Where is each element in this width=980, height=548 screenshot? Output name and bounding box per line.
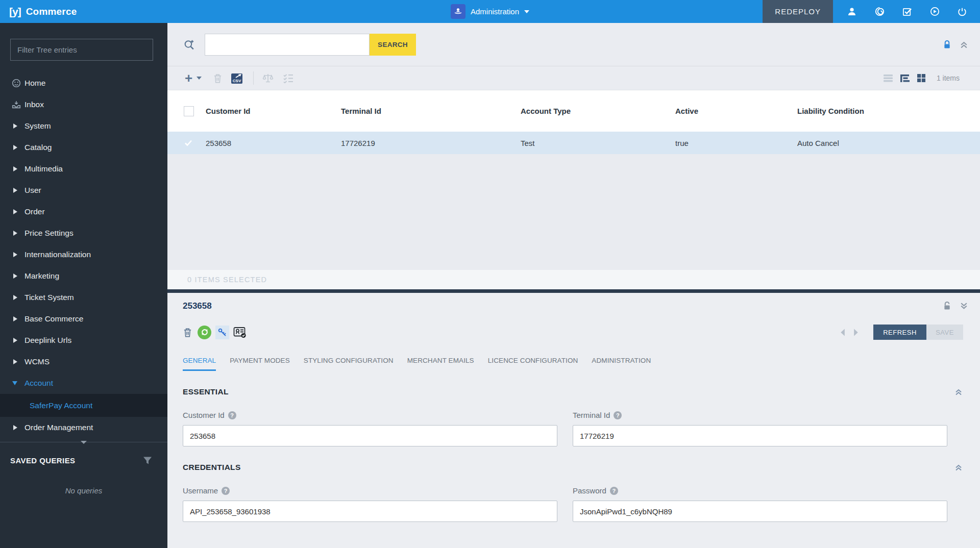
tree-item-catalog[interactable]: Catalog [0,137,167,158]
field-terminal-id: Terminal Id ? [573,410,947,446]
licence-card-icon[interactable] [233,326,247,338]
tree-view-icon[interactable] [900,74,910,83]
tree-item-user[interactable]: User [0,180,167,201]
tree-item-wcms[interactable]: WCMS [0,351,167,372]
export-csv-button[interactable]: CSV [231,72,244,84]
column-header[interactable]: Account Type [521,107,675,115]
tree-item-label: Marketing [24,271,59,281]
tree-item-account[interactable]: Account [0,372,167,394]
help-icon[interactable]: ? [614,411,622,419]
perspective-switcher[interactable]: Administration [451,0,529,23]
tree-item-deeplink-urls[interactable]: Deeplink Urls [0,330,167,351]
column-header[interactable]: Terminal Id [341,107,521,115]
tasks-check-icon[interactable] [893,0,921,23]
username-input[interactable] [183,501,557,522]
search-button[interactable]: SEARCH [370,34,416,56]
list-view-icon[interactable] [883,74,893,83]
tree-item-base-commerce[interactable]: Base Commerce [0,308,167,330]
terminal-id-input[interactable] [573,425,947,446]
section-essential: ESSENTIAL Customer Id ? [183,387,947,446]
tab-licence-configuration[interactable]: LICENCE CONFIGURATION [488,357,578,371]
selection-status-bar: 0 ITEMS SELECTED [167,270,980,289]
caret-right-icon [13,209,17,214]
save-button[interactable]: SAVE [926,325,963,340]
sidebar: Home Inbox System Catalog [0,23,167,548]
tab-general[interactable]: GENERAL [183,357,216,371]
field-password: Password ? [573,485,947,522]
caret-right-icon [13,145,17,150]
collapse-section-icon[interactable] [954,463,963,471]
test-connection-icon[interactable] [198,326,211,339]
tab-payment-modes[interactable]: PAYMENT MODES [230,357,290,371]
advanced-search-icon[interactable] [183,38,195,51]
tree-item-home[interactable]: Home [0,72,167,94]
tree-item-order-management[interactable]: Order Management [0,417,167,438]
tree-item-price-settings[interactable]: Price Settings [0,222,167,244]
collapse-panel-up-icon[interactable] [960,40,968,49]
editor-panel: 253658 [167,293,980,548]
delete-item-icon[interactable] [213,73,223,84]
tree-item-label: SaferPay Account [30,401,92,410]
bulk-edit-icon[interactable] [282,73,295,83]
help-icon[interactable]: ? [610,487,618,495]
list-toolbar: + CSV [167,66,980,90]
tree-item-label: Home [24,79,45,88]
compare-items-icon[interactable] [262,72,274,84]
tree-item-inbox[interactable]: Inbox [0,94,167,115]
grid-view-icon[interactable] [917,73,926,83]
refresh-button[interactable]: REFRESH [873,325,926,340]
lock-icon[interactable] [943,40,951,49]
tree-scroll-indicator[interactable] [0,442,167,447]
table-row[interactable]: 253658 17726219 Test true Auto Cancel [167,132,980,154]
globe-session-icon[interactable] [921,0,948,23]
section-title: CREDENTIALS [183,463,241,472]
password-input[interactable] [573,501,947,522]
add-item-dropdown-caret[interactable] [197,77,202,80]
backoffice-app: [y] Commerce Administration REDEPLOY [0,0,980,548]
column-header[interactable]: Liability Condition [797,107,980,115]
column-header[interactable]: Customer Id [206,107,341,115]
tree-item-system[interactable]: System [0,115,167,137]
caret-right-icon [13,338,17,343]
customer-id-input[interactable] [183,425,557,446]
tab-merchant-emails[interactable]: MERCHANT EMAILS [407,357,474,371]
section-credentials: CREDENTIALS Username ? [183,463,947,522]
row-selected-check-icon[interactable] [184,139,206,146]
tree-item-label: Price Settings [24,229,74,238]
tree-item-label: Base Commerce [24,314,83,323]
next-item-icon[interactable] [853,329,859,336]
tree-item-internationalization[interactable]: Internationalization [0,244,167,265]
tree-item-label: Catalog [24,143,52,152]
chevron-down-icon [524,10,529,13]
column-header[interactable]: Active [675,107,797,115]
credentials-keys-icon[interactable] [215,326,229,339]
previous-item-icon[interactable] [840,329,845,336]
tree-item-order[interactable]: Order [0,201,167,222]
tree-item-ticket-system[interactable]: Ticket System [0,287,167,308]
filter-funnel-icon[interactable] [143,456,152,465]
navigation-tree: Home Inbox System Catalog [0,72,167,438]
caret-right-icon [13,316,17,321]
search-input[interactable] [205,34,370,56]
redeploy-button[interactable]: REDEPLOY [763,0,833,23]
selection-status: 0 ITEMS SELECTED [187,276,267,284]
user-account-icon[interactable] [838,0,866,23]
tab-administration[interactable]: ADMINISTRATION [592,357,651,371]
add-item-button[interactable]: + [185,73,192,83]
history-spiral-icon[interactable] [866,0,893,23]
tree-filter-input[interactable] [10,39,153,61]
tree-item-saferpay-account[interactable]: SaferPay Account [0,394,167,417]
tree-item-multimedia[interactable]: Multimedia [0,158,167,180]
collapse-section-icon[interactable] [954,388,963,396]
logout-power-icon[interactable] [948,0,976,23]
panel-resize-handle[interactable] [167,289,980,293]
field-label: Username [183,486,218,495]
unlock-icon[interactable] [943,301,951,311]
help-icon[interactable]: ? [222,487,230,495]
tab-styling-configuration[interactable]: STYLING CONFIGURATION [304,357,394,371]
tree-item-marketing[interactable]: Marketing [0,265,167,287]
select-all-checkbox[interactable] [184,106,194,116]
collapse-panel-down-icon[interactable] [960,302,968,310]
help-icon[interactable]: ? [228,411,236,419]
delete-account-icon[interactable] [183,327,192,338]
